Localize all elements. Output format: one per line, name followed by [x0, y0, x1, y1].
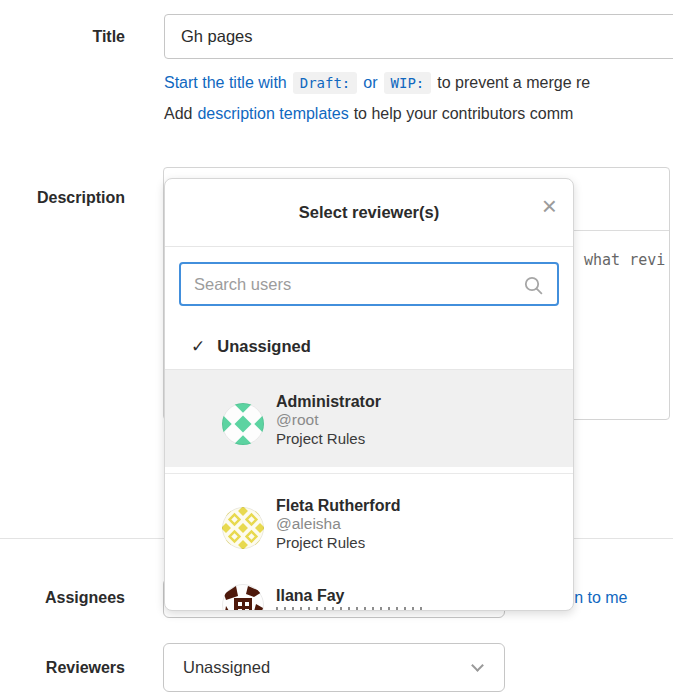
title-input[interactable]	[164, 14, 673, 59]
select-reviewers-dropdown: Select reviewer(s) × ✓ Unassigned	[164, 178, 574, 611]
title-label: Title	[0, 28, 125, 46]
user-row-ilana[interactable]: Ilana Fay	[165, 564, 573, 611]
help2-rest: to help your contributors comm	[354, 105, 574, 123]
reviewers-selected-value: Unassigned	[164, 658, 473, 677]
check-icon: ✓	[191, 336, 205, 357]
assignees-label: Assignees	[0, 589, 125, 607]
reviewers-label: Reviewers	[0, 659, 125, 677]
user-project: Project Rules	[276, 430, 573, 447]
description-textarea-text[interactable]: what revi	[584, 251, 665, 269]
user-name: Fleta Rutherford	[276, 497, 573, 514]
clipped-username	[276, 607, 426, 611]
search-icon	[523, 275, 545, 301]
description-help-line: Add description templates to help your c…	[164, 105, 573, 123]
unassigned-option-label: Unassigned	[217, 337, 311, 356]
user-username: @aleisha	[276, 515, 573, 533]
dropdown-title: Select reviewer(s)	[299, 203, 439, 222]
avatar	[222, 507, 264, 549]
chevron-down-icon	[471, 659, 484, 672]
user-name: Ilana Fay	[276, 587, 573, 604]
avatar	[222, 584, 264, 611]
user-project: Project Rules	[276, 534, 573, 551]
title-help-line: Start the title with Draft: or WIP: to p…	[164, 72, 590, 94]
search-box	[179, 262, 559, 306]
merge-request-form: Title Start the title with Draft: or WIP…	[0, 0, 673, 700]
reviewers-select[interactable]: Unassigned	[163, 643, 505, 692]
avatar	[222, 403, 264, 445]
description-label: Description	[0, 189, 125, 207]
help2-prefix: Add	[164, 105, 192, 123]
or-text: or	[363, 74, 377, 92]
wip-code-chip[interactable]: WIP:	[384, 72, 432, 94]
option-unassigned[interactable]: ✓ Unassigned	[165, 324, 573, 370]
user-row-administrator[interactable]: Administrator @root Project Rules	[165, 370, 573, 467]
draft-code-chip[interactable]: Draft:	[293, 72, 358, 94]
draft-help-link[interactable]: Start the title with	[164, 74, 287, 92]
dropdown-header: Select reviewer(s) ×	[165, 179, 573, 247]
close-icon[interactable]: ×	[542, 193, 557, 219]
user-row-fleta[interactable]: Fleta Rutherford @aleisha Project Rules	[165, 474, 573, 564]
user-name: Administrator	[276, 393, 573, 410]
search-section	[165, 247, 573, 324]
description-templates-link[interactable]: description templates	[197, 105, 348, 123]
search-users-input[interactable]	[181, 264, 557, 304]
user-username: @root	[276, 411, 573, 429]
title-help-rest: to prevent a merge re	[437, 74, 590, 92]
